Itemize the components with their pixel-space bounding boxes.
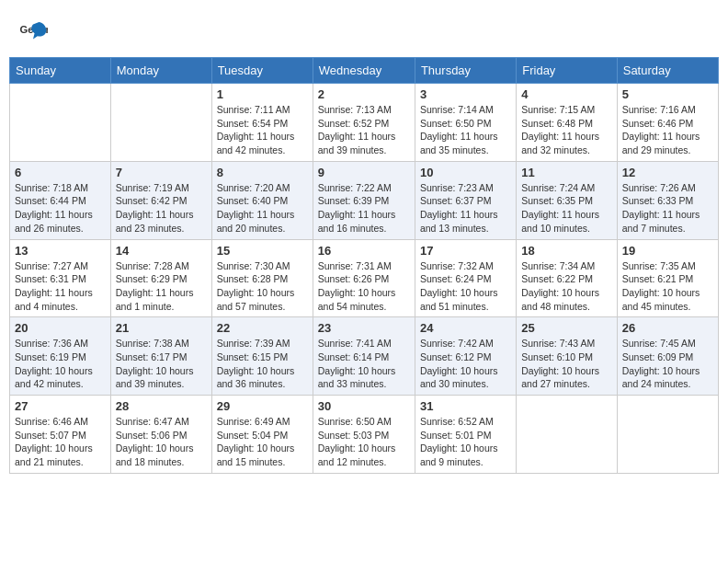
calendar-cell: 31Sunrise: 6:52 AM Sunset: 5:01 PM Dayli… [415, 396, 516, 474]
calendar-cell: 8Sunrise: 7:20 AM Sunset: 6:40 PM Daylig… [211, 161, 313, 239]
calendar-cell: 1Sunrise: 7:11 AM Sunset: 6:54 PM Daylig… [211, 84, 313, 162]
day-number: 1 [217, 87, 308, 101]
calendar-cell [10, 84, 111, 162]
day-number: 12 [622, 166, 713, 179]
weekday-header-row: SundayMondayTuesdayWednesdayThursdayFrid… [10, 58, 719, 84]
day-number: 14 [116, 244, 207, 258]
calendar-cell: 6Sunrise: 7:18 AM Sunset: 6:44 PM Daylig… [10, 161, 111, 239]
day-number: 5 [622, 87, 713, 101]
calendar-cell: 7Sunrise: 7:19 AM Sunset: 6:42 PM Daylig… [110, 161, 211, 239]
day-info: Sunrise: 7:24 AM Sunset: 6:35 PM Dayligh… [521, 181, 611, 236]
day-info: Sunrise: 7:34 AM Sunset: 6:22 PM Dayligh… [521, 259, 611, 314]
day-number: 15 [217, 244, 308, 258]
day-info: Sunrise: 7:13 AM Sunset: 6:52 PM Dayligh… [318, 103, 410, 157]
day-number: 24 [420, 321, 511, 335]
day-info: Sunrise: 7:42 AM Sunset: 6:12 PM Dayligh… [420, 337, 511, 391]
weekday-header-saturday: Saturday [617, 58, 718, 84]
calendar-cell: 28Sunrise: 6:47 AM Sunset: 5:06 PM Dayli… [110, 396, 211, 474]
calendar-week-row: 27Sunrise: 6:46 AM Sunset: 5:07 PM Dayli… [10, 396, 719, 474]
calendar-cell: 26Sunrise: 7:45 AM Sunset: 6:09 PM Dayli… [617, 317, 718, 396]
day-info: Sunrise: 7:27 AM Sunset: 6:31 PM Dayligh… [15, 259, 106, 314]
day-number: 3 [420, 87, 511, 101]
day-info: Sunrise: 7:18 AM Sunset: 6:44 PM Dayligh… [15, 181, 106, 236]
calendar-cell: 13Sunrise: 7:27 AM Sunset: 6:31 PM Dayli… [10, 239, 111, 317]
calendar-cell: 15Sunrise: 7:30 AM Sunset: 6:28 PM Dayli… [211, 239, 313, 317]
day-info: Sunrise: 7:16 AM Sunset: 6:46 PM Dayligh… [622, 103, 713, 157]
calendar-cell: 12Sunrise: 7:26 AM Sunset: 6:33 PM Dayli… [617, 161, 718, 239]
day-info: Sunrise: 6:47 AM Sunset: 5:06 PM Dayligh… [116, 415, 207, 469]
day-info: Sunrise: 7:19 AM Sunset: 6:42 PM Dayligh… [116, 181, 207, 236]
calendar-cell: 5Sunrise: 7:16 AM Sunset: 6:46 PM Daylig… [617, 84, 718, 162]
calendar-cell: 22Sunrise: 7:39 AM Sunset: 6:15 PM Dayli… [211, 317, 313, 396]
day-info: Sunrise: 7:23 AM Sunset: 6:37 PM Dayligh… [420, 181, 511, 236]
day-info: Sunrise: 7:22 AM Sunset: 6:39 PM Dayligh… [318, 181, 410, 236]
day-number: 25 [521, 321, 611, 335]
calendar-cell: 10Sunrise: 7:23 AM Sunset: 6:37 PM Dayli… [415, 161, 516, 239]
day-info: Sunrise: 7:30 AM Sunset: 6:28 PM Dayligh… [217, 259, 308, 314]
day-number: 8 [217, 166, 308, 179]
calendar-cell: 14Sunrise: 7:28 AM Sunset: 6:29 PM Dayli… [110, 239, 211, 317]
day-info: Sunrise: 7:26 AM Sunset: 6:33 PM Dayligh… [622, 181, 713, 236]
day-info: Sunrise: 7:28 AM Sunset: 6:29 PM Dayligh… [116, 259, 207, 314]
calendar-cell [617, 396, 718, 474]
logo: General [18, 18, 50, 48]
calendar-cell: 17Sunrise: 7:32 AM Sunset: 6:24 PM Dayli… [415, 239, 516, 317]
calendar-cell: 19Sunrise: 7:35 AM Sunset: 6:21 PM Dayli… [617, 239, 718, 317]
calendar-cell: 3Sunrise: 7:14 AM Sunset: 6:50 PM Daylig… [415, 84, 516, 162]
calendar-cell: 11Sunrise: 7:24 AM Sunset: 6:35 PM Dayli… [517, 161, 617, 239]
calendar-table: SundayMondayTuesdayWednesdayThursdayFrid… [9, 57, 719, 474]
calendar-cell: 20Sunrise: 7:36 AM Sunset: 6:19 PM Dayli… [10, 317, 111, 396]
calendar-week-row: 1Sunrise: 7:11 AM Sunset: 6:54 PM Daylig… [10, 84, 719, 162]
day-info: Sunrise: 7:32 AM Sunset: 6:24 PM Dayligh… [420, 259, 511, 314]
calendar-cell: 27Sunrise: 6:46 AM Sunset: 5:07 PM Dayli… [10, 396, 111, 474]
calendar-cell [110, 84, 211, 162]
weekday-header-monday: Monday [110, 58, 211, 84]
day-number: 2 [318, 87, 410, 101]
day-info: Sunrise: 7:45 AM Sunset: 6:09 PM Dayligh… [622, 337, 713, 391]
day-number: 26 [622, 321, 713, 335]
day-number: 4 [521, 87, 611, 101]
day-number: 22 [217, 321, 308, 335]
calendar-cell: 2Sunrise: 7:13 AM Sunset: 6:52 PM Daylig… [313, 84, 415, 162]
weekday-header-sunday: Sunday [10, 58, 111, 84]
calendar-cell: 29Sunrise: 6:49 AM Sunset: 5:04 PM Dayli… [211, 396, 313, 474]
calendar-cell: 24Sunrise: 7:42 AM Sunset: 6:12 PM Dayli… [415, 317, 516, 396]
day-info: Sunrise: 7:39 AM Sunset: 6:15 PM Dayligh… [217, 337, 308, 391]
day-number: 31 [420, 399, 511, 413]
calendar-cell: 16Sunrise: 7:31 AM Sunset: 6:26 PM Dayli… [313, 239, 415, 317]
calendar-cell: 21Sunrise: 7:38 AM Sunset: 6:17 PM Dayli… [110, 317, 211, 396]
day-info: Sunrise: 7:36 AM Sunset: 6:19 PM Dayligh… [15, 337, 106, 391]
calendar-week-row: 20Sunrise: 7:36 AM Sunset: 6:19 PM Dayli… [10, 317, 719, 396]
day-info: Sunrise: 7:11 AM Sunset: 6:54 PM Dayligh… [217, 103, 308, 157]
day-info: Sunrise: 7:43 AM Sunset: 6:10 PM Dayligh… [521, 337, 611, 391]
weekday-header-tuesday: Tuesday [211, 58, 313, 84]
calendar-cell: 9Sunrise: 7:22 AM Sunset: 6:39 PM Daylig… [313, 161, 415, 239]
calendar-cell: 30Sunrise: 6:50 AM Sunset: 5:03 PM Dayli… [313, 396, 415, 474]
day-number: 23 [318, 321, 410, 335]
day-number: 29 [217, 399, 308, 413]
logo-icon: General [18, 18, 48, 48]
day-number: 6 [15, 166, 106, 179]
day-info: Sunrise: 6:50 AM Sunset: 5:03 PM Dayligh… [318, 415, 410, 469]
day-info: Sunrise: 7:15 AM Sunset: 6:48 PM Dayligh… [521, 103, 611, 157]
day-number: 27 [15, 399, 106, 413]
calendar-cell: 4Sunrise: 7:15 AM Sunset: 6:48 PM Daylig… [517, 84, 617, 162]
day-number: 28 [116, 399, 207, 413]
day-info: Sunrise: 7:20 AM Sunset: 6:40 PM Dayligh… [217, 181, 308, 236]
weekday-header-friday: Friday [517, 58, 617, 84]
calendar-cell: 23Sunrise: 7:41 AM Sunset: 6:14 PM Dayli… [313, 317, 415, 396]
day-number: 10 [420, 166, 511, 179]
day-info: Sunrise: 7:41 AM Sunset: 6:14 PM Dayligh… [318, 337, 410, 391]
day-info: Sunrise: 7:38 AM Sunset: 6:17 PM Dayligh… [116, 337, 207, 391]
day-info: Sunrise: 6:52 AM Sunset: 5:01 PM Dayligh… [420, 415, 511, 469]
day-number: 13 [15, 244, 106, 258]
day-info: Sunrise: 6:49 AM Sunset: 5:04 PM Dayligh… [217, 415, 308, 469]
calendar-cell [517, 396, 617, 474]
calendar-cell: 25Sunrise: 7:43 AM Sunset: 6:10 PM Dayli… [517, 317, 617, 396]
day-number: 19 [622, 244, 713, 258]
weekday-header-wednesday: Wednesday [313, 58, 415, 84]
day-number: 21 [116, 321, 207, 335]
page-header: General [9, 9, 719, 52]
day-info: Sunrise: 6:46 AM Sunset: 5:07 PM Dayligh… [15, 415, 106, 469]
day-info: Sunrise: 7:31 AM Sunset: 6:26 PM Dayligh… [318, 259, 410, 314]
